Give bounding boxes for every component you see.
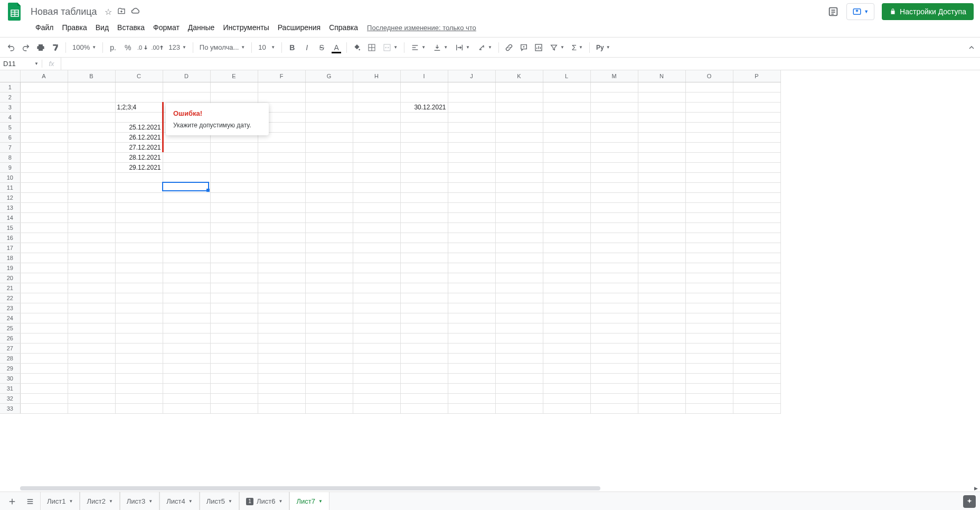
cell[interactable] — [20, 243, 68, 253]
cell[interactable] — [163, 172, 210, 182]
cell[interactable] — [685, 82, 733, 92]
bold-button[interactable]: B — [285, 41, 299, 54]
cell[interactable]: 27.12.2021 — [115, 142, 163, 152]
cell[interactable] — [353, 192, 400, 202]
last-edit-link[interactable]: Последнее изменение: только что — [367, 24, 476, 32]
cell[interactable] — [68, 253, 115, 263]
column-header[interactable]: O — [685, 70, 733, 82]
cell[interactable] — [115, 363, 163, 373]
cell[interactable] — [353, 283, 400, 293]
cell[interactable] — [115, 92, 163, 102]
cell[interactable] — [733, 243, 780, 253]
cell[interactable] — [495, 393, 543, 403]
cell[interactable] — [543, 102, 590, 112]
cell[interactable] — [68, 182, 115, 192]
cell[interactable] — [685, 152, 733, 162]
row-header[interactable]: 13 — [0, 202, 20, 212]
cell[interactable] — [638, 142, 685, 152]
cell[interactable] — [495, 363, 543, 373]
cell[interactable] — [685, 403, 733, 413]
cell[interactable] — [68, 212, 115, 222]
cell[interactable] — [733, 202, 780, 212]
cell[interactable] — [305, 403, 353, 413]
cell[interactable] — [495, 162, 543, 172]
cell[interactable] — [305, 233, 353, 243]
cell[interactable] — [590, 152, 638, 162]
cell[interactable] — [543, 132, 590, 142]
row-header[interactable]: 2 — [0, 92, 20, 102]
column-header[interactable]: M — [590, 70, 638, 82]
row-header[interactable]: 31 — [0, 383, 20, 393]
cell[interactable] — [115, 333, 163, 343]
cell[interactable] — [115, 393, 163, 403]
cell[interactable] — [20, 152, 68, 162]
cell[interactable] — [20, 393, 68, 403]
cell[interactable] — [733, 182, 780, 192]
cell[interactable] — [400, 122, 448, 132]
cell[interactable] — [258, 333, 305, 343]
cell[interactable] — [733, 152, 780, 162]
cell[interactable] — [163, 162, 210, 172]
cell[interactable] — [68, 363, 115, 373]
column-header[interactable]: E — [210, 70, 258, 82]
cell[interactable] — [685, 253, 733, 263]
cell[interactable] — [305, 293, 353, 303]
cell[interactable] — [68, 273, 115, 283]
cell[interactable] — [400, 393, 448, 403]
cell[interactable] — [495, 192, 543, 202]
cell[interactable] — [353, 343, 400, 353]
row-header[interactable]: 30 — [0, 373, 20, 383]
column-header[interactable]: P — [733, 70, 780, 82]
font-size-dropdown[interactable]: 10▼ — [255, 43, 278, 51]
cell[interactable] — [448, 182, 495, 192]
all-sheets-button[interactable] — [22, 494, 38, 509]
cell[interactable] — [400, 343, 448, 353]
cell[interactable] — [20, 172, 68, 182]
cell[interactable] — [543, 122, 590, 132]
cell[interactable] — [685, 162, 733, 172]
cell[interactable] — [685, 172, 733, 182]
cell[interactable] — [115, 202, 163, 212]
cell[interactable] — [638, 132, 685, 142]
cell[interactable] — [400, 212, 448, 222]
menu-view[interactable]: Вид — [92, 21, 112, 34]
cell[interactable] — [590, 273, 638, 283]
cell[interactable] — [733, 273, 780, 283]
menu-format[interactable]: Формат — [149, 21, 183, 34]
cell[interactable] — [68, 102, 115, 112]
cell[interactable] — [495, 132, 543, 142]
cell[interactable] — [68, 393, 115, 403]
cell[interactable] — [590, 283, 638, 293]
cell[interactable] — [495, 373, 543, 383]
row-header[interactable]: 18 — [0, 253, 20, 263]
cell[interactable] — [448, 263, 495, 273]
cell[interactable] — [685, 273, 733, 283]
cell[interactable]: 29.12.2021 — [115, 162, 163, 172]
cell[interactable] — [258, 383, 305, 393]
cell[interactable] — [685, 263, 733, 273]
cell[interactable] — [305, 212, 353, 222]
cell[interactable] — [638, 333, 685, 343]
cell[interactable] — [448, 202, 495, 212]
cell[interactable] — [448, 383, 495, 393]
cell[interactable] — [448, 353, 495, 363]
cell[interactable] — [68, 353, 115, 363]
cell[interactable] — [590, 353, 638, 363]
cell[interactable] — [305, 263, 353, 273]
cell[interactable] — [353, 303, 400, 313]
cell[interactable] — [638, 182, 685, 192]
cell[interactable] — [68, 343, 115, 353]
cell[interactable] — [448, 112, 495, 122]
cell[interactable] — [163, 243, 210, 253]
cell[interactable] — [733, 142, 780, 152]
sheet-tab[interactable]: Лист2▼ — [80, 492, 119, 511]
cell[interactable] — [258, 303, 305, 313]
cell[interactable] — [733, 263, 780, 273]
cell[interactable] — [210, 293, 258, 303]
cell[interactable] — [210, 243, 258, 253]
cell[interactable] — [590, 333, 638, 343]
sheet-tab[interactable]: Лист4▼ — [159, 492, 199, 511]
cell[interactable] — [590, 162, 638, 172]
cell[interactable] — [20, 202, 68, 212]
cell[interactable] — [448, 132, 495, 142]
